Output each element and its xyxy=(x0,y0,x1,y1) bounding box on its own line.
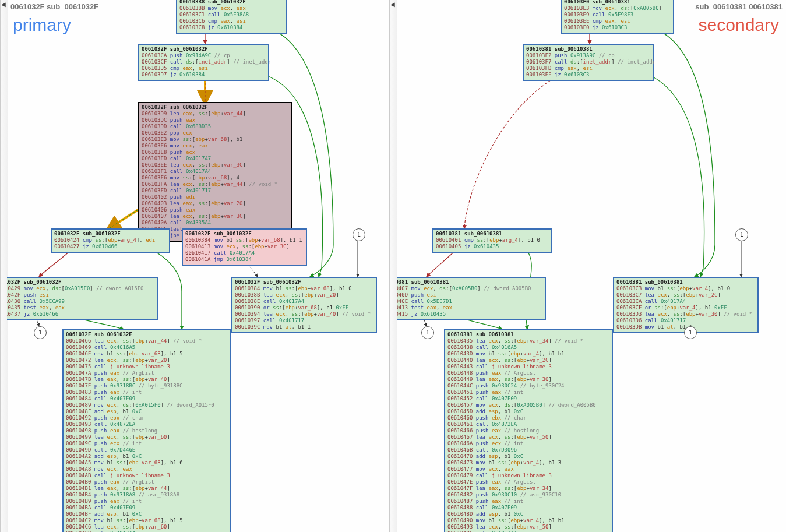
primary-pane[interactable]: 0061032F sub_0061032F primary xyxy=(7,0,389,532)
bb-n3[interactable]: 00610381 sub_0061038100610401 cmp ss:[eb… xyxy=(432,228,552,253)
bb-n3[interactable]: 0061032F sub_0061032F00610424 cmp ss:[eb… xyxy=(51,228,170,253)
secondary-watermark: secondary xyxy=(699,15,779,35)
viewport: ◀ ◀ 0061032F sub_0061032F primary xyxy=(0,0,786,532)
primary-watermark: primary xyxy=(13,15,71,35)
bb-n5[interactable]: 10381 sub_0061038110407 mov ecx, ds:[0xA… xyxy=(397,277,546,320)
bb-n1[interactable]: 00610381 sub_00610381006103F2 push 0x913… xyxy=(523,44,654,81)
proximity-node[interactable]: 1 xyxy=(34,326,47,339)
bb-n1[interactable]: 0061032F sub_0061032F006103CA push 0x914… xyxy=(138,44,269,81)
bb-n7[interactable]: 00610381 sub_0061038100610435 lea ecx, s… xyxy=(444,329,613,532)
secondary-pane[interactable]: sub_00610381 00610381 secondary xyxy=(397,0,786,532)
gutter-arrow-icon: ◀ xyxy=(390,1,395,8)
proximity-node[interactable]: 1 xyxy=(684,326,697,339)
primary-canvas[interactable]: 006103B8 sub_0061032F006103BB mov ecx, e… xyxy=(7,0,389,532)
bb-n5[interactable]: 1032F sub_0061032F10429 mov ecx, ds:[0xA… xyxy=(7,277,158,320)
bb-n6[interactable]: 00610381 sub_00610381006103C3 mov b1 ss:… xyxy=(613,277,759,333)
secondary-canvas[interactable]: 006103E0 sub_00610381006103E3 mov ecx, d… xyxy=(397,0,786,532)
bb-n6[interactable]: 0061032F sub_0061032F00610384 mov b1 ss:… xyxy=(231,277,377,333)
proximity-node[interactable]: 1 xyxy=(735,228,748,241)
bb-n7[interactable]: 0061032F sub_0061032F00610466 lea ecx, s… xyxy=(62,329,231,532)
bb-n2-unmatched[interactable]: 0061032F sub_0061032F006103D9 lea eax, s… xyxy=(138,102,292,242)
primary-title: 0061032F sub_0061032F xyxy=(10,2,98,11)
secondary-title: sub_00610381 00610381 xyxy=(695,2,783,11)
bb-n0[interactable]: 006103B8 sub_0061032F006103BB mov ecx, e… xyxy=(176,0,287,34)
bb-n4-changed[interactable]: 0061032F sub_0061032F00610384 mov b1 ss:… xyxy=(182,228,307,266)
mid-gutter[interactable]: ◀ xyxy=(389,0,397,532)
proximity-node[interactable]: 1 xyxy=(421,326,434,339)
bb-n0[interactable]: 006103E0 sub_00610381006103E3 mov ecx, d… xyxy=(561,0,674,34)
gutter-arrow-icon: ◀ xyxy=(1,1,6,8)
proximity-node[interactable]: 1 xyxy=(353,228,365,241)
